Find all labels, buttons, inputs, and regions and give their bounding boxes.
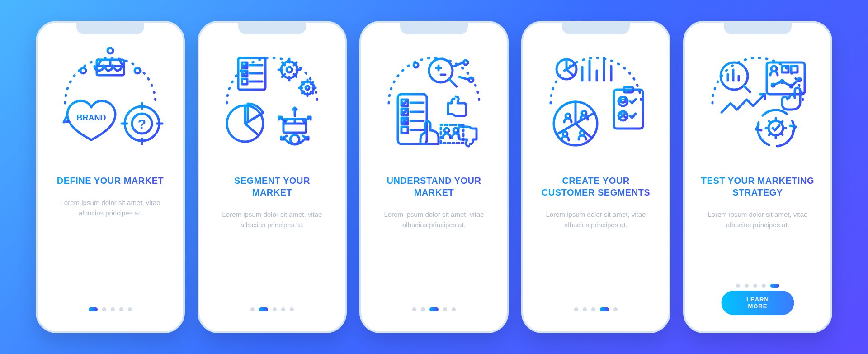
dot[interactable] — [429, 307, 439, 311]
phone-mockup-1: BRAND ? DEFINE YOUR MARKET Lorem ipsum d… — [36, 21, 185, 333]
svg-rect-31 — [614, 90, 643, 129]
define-icon: BRAND ? — [52, 44, 169, 162]
dot[interactable] — [421, 307, 425, 311]
dot[interactable] — [273, 307, 277, 311]
dot[interactable] — [412, 307, 416, 311]
screen-desc: Lorem ipsum dolor sit amet, vitae albuci… — [539, 209, 652, 230]
dot[interactable] — [452, 307, 456, 311]
dot[interactable] — [745, 284, 749, 288]
dot[interactable] — [762, 284, 766, 288]
screen-title: DEFINE YOUR MARKET — [57, 175, 164, 187]
dot[interactable] — [259, 307, 268, 311]
dot[interactable] — [250, 307, 255, 311]
dot[interactable] — [119, 307, 123, 311]
phone-notch — [76, 23, 144, 34]
pagination-dots — [736, 284, 779, 288]
create-icon — [537, 44, 655, 162]
dot[interactable] — [600, 307, 609, 311]
screen-desc: Lorem ipsum dolor sit amet, vitae albuci… — [701, 209, 814, 230]
pagination-dots — [250, 307, 294, 311]
dot[interactable] — [102, 307, 106, 311]
phone-notch — [562, 23, 630, 34]
svg-point-29 — [453, 128, 458, 133]
dot[interactable] — [443, 307, 447, 311]
dot[interactable] — [770, 284, 779, 288]
svg-text:BRAND: BRAND — [77, 113, 106, 122]
pagination-dots — [412, 307, 456, 311]
screen-desc: Lorem ipsum dolor sit amet, vitae albuci… — [54, 197, 167, 219]
svg-rect-44 — [791, 66, 797, 72]
dot[interactable] — [613, 307, 618, 311]
phone-mockup-2: SEGMENT YOUR MARKET Lorem ipsum dolor si… — [198, 21, 347, 333]
screen-title: TEST YOUR MARKETING STRATEGY — [699, 175, 816, 198]
dot[interactable] — [89, 307, 98, 311]
svg-rect-43 — [782, 66, 788, 72]
phone-notch — [238, 23, 306, 34]
pagination-dots — [89, 307, 132, 311]
screen-title: UNDERSTAND YOUR MARKET — [375, 175, 493, 198]
svg-text:?: ? — [138, 116, 146, 131]
dot[interactable] — [290, 307, 294, 311]
svg-rect-27 — [401, 127, 408, 133]
understand-icon — [375, 44, 493, 162]
segment-icon — [213, 44, 331, 162]
screen-desc: Lorem ipsum dolor sit amet, vitae albuci… — [216, 209, 329, 230]
phone-mockup-3: UNDERSTAND YOUR MARKET Lorem ipsum dolor… — [359, 21, 509, 333]
dot[interactable] — [574, 307, 578, 311]
pagination-dots — [574, 307, 618, 311]
phone-notch — [724, 23, 792, 34]
dot[interactable] — [591, 307, 595, 311]
dot[interactable] — [128, 307, 132, 311]
phone-mockup-5: TEST YOUR MARKETING STRATEGY Lorem ipsum… — [683, 21, 832, 333]
dot[interactable] — [736, 284, 740, 288]
phone-mockup-4: CREATE YOUR CUSTOMER SEGMENTS Lorem ipsu… — [521, 21, 670, 333]
onboarding-row: BRAND ? DEFINE YOUR MARKET Lorem ipsum d… — [36, 21, 832, 333]
dot[interactable] — [753, 284, 757, 288]
screen-title: SEGMENT YOUR MARKET — [213, 175, 331, 198]
dot[interactable] — [583, 307, 587, 311]
dot[interactable] — [281, 307, 285, 311]
test-icon — [699, 44, 816, 162]
phone-notch — [400, 23, 468, 34]
svg-point-15 — [306, 86, 309, 90]
learn-more-button[interactable]: LEARN MORE — [722, 291, 794, 315]
svg-point-28 — [444, 128, 449, 133]
svg-rect-11 — [242, 79, 247, 84]
screen-desc: Lorem ipsum dolor sit amet, vitae albuci… — [377, 209, 491, 230]
dot[interactable] — [111, 307, 115, 311]
screen-title: CREATE YOUR CUSTOMER SEGMENTS — [537, 175, 655, 198]
svg-point-13 — [287, 67, 292, 72]
